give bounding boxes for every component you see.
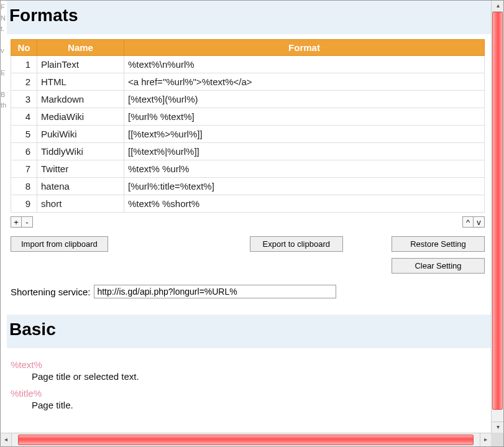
horizontal-scroll-thumb[interactable] bbox=[18, 435, 474, 445]
table-row[interactable]: 4MediaWiki[%url% %text%] bbox=[11, 108, 485, 126]
table-row[interactable]: 6TiddlyWiki[[%text%|%url%]] bbox=[11, 143, 485, 160]
shortening-service-input[interactable] bbox=[94, 285, 336, 298]
cell-no: 4 bbox=[11, 108, 37, 126]
cell-name: HTML bbox=[37, 73, 124, 91]
cell-name: PukiWiki bbox=[37, 126, 124, 143]
shortening-service-label: Shortening service: bbox=[11, 287, 90, 297]
variable-token: %title% bbox=[11, 388, 485, 399]
table-row[interactable]: 1PlainText%text%\n%url% bbox=[11, 56, 485, 73]
table-row[interactable]: 2HTML<a href="%url%">%text%</a> bbox=[11, 73, 485, 91]
section-header-formats: Formats bbox=[7, 1, 491, 34]
scroll-down-button[interactable]: ▾ bbox=[492, 422, 504, 433]
scroll-corner bbox=[491, 433, 503, 446]
vertical-scroll-thumb[interactable] bbox=[492, 12, 503, 410]
section-header-basic: Basic bbox=[7, 315, 491, 348]
add-remove-group: + - bbox=[11, 216, 33, 228]
cell-name: Twitter bbox=[37, 160, 124, 178]
cell-format: %text% %short% bbox=[124, 195, 485, 213]
cell-name: short bbox=[37, 195, 124, 213]
cell-format: [%text%](%url%) bbox=[124, 91, 485, 108]
heading-formats: Formats bbox=[9, 6, 483, 25]
table-row[interactable]: 7Twitter%text% %url% bbox=[11, 160, 485, 178]
remove-row-button[interactable]: - bbox=[22, 216, 33, 228]
cell-no: 9 bbox=[11, 195, 37, 213]
cell-name: Markdown bbox=[37, 91, 124, 108]
move-up-button[interactable]: ^ bbox=[462, 216, 474, 228]
variable-description: Page title. bbox=[32, 400, 485, 410]
cell-format: [[%text%>%url%]] bbox=[124, 126, 485, 143]
table-row[interactable]: 9short%text% %short% bbox=[11, 195, 485, 213]
cell-no: 8 bbox=[11, 178, 37, 195]
cell-name: PlainText bbox=[37, 56, 124, 73]
col-header-name: Name bbox=[37, 40, 124, 56]
left-page-sliver: FNt. v E Bth bbox=[1, 1, 7, 433]
variable-token: %text% bbox=[11, 359, 485, 370]
cell-name: hatena bbox=[37, 178, 124, 195]
heading-basic: Basic bbox=[9, 320, 483, 339]
cell-no: 1 bbox=[11, 56, 37, 73]
variables-list: %text%Page title or selected text.%title… bbox=[11, 359, 485, 410]
cell-format: [%url% %text%] bbox=[124, 108, 485, 126]
cell-format: %text% %url% bbox=[124, 160, 485, 178]
export-clipboard-button[interactable]: Export to clipboard bbox=[250, 236, 343, 252]
cell-format: [%url%:title=%text%] bbox=[124, 178, 485, 195]
cell-no: 3 bbox=[11, 91, 37, 108]
import-clipboard-button[interactable]: Import from clipboard bbox=[11, 236, 108, 252]
variable-description: Page title or selected text. bbox=[32, 371, 485, 382]
restore-setting-button[interactable]: Restore Setting bbox=[392, 236, 485, 252]
cell-no: 6 bbox=[11, 143, 37, 160]
table-row[interactable]: 3Markdown[%text%](%url%) bbox=[11, 91, 485, 108]
cell-no: 5 bbox=[11, 126, 37, 143]
cell-no: 7 bbox=[11, 160, 37, 178]
vertical-scrollbar[interactable]: ▴ ▾ bbox=[491, 1, 503, 433]
add-row-button[interactable]: + bbox=[11, 216, 22, 228]
table-header-row: No Name Format bbox=[11, 40, 485, 56]
col-header-no: No bbox=[11, 40, 37, 56]
cell-name: TiddlyWiki bbox=[37, 143, 124, 160]
scroll-up-button[interactable]: ▴ bbox=[492, 1, 504, 12]
horizontal-scrollbar[interactable]: ◂ ▸ bbox=[1, 433, 491, 446]
scroll-right-button[interactable]: ▸ bbox=[480, 433, 491, 447]
move-group: ^ v bbox=[462, 216, 485, 228]
table-row[interactable]: 8hatena[%url%:title=%text%] bbox=[11, 178, 485, 195]
scroll-left-button[interactable]: ◂ bbox=[1, 433, 12, 447]
cell-format: [[%text%|%url%]] bbox=[124, 143, 485, 160]
cell-name: MediaWiki bbox=[37, 108, 124, 126]
cell-no: 2 bbox=[11, 73, 37, 91]
move-down-button[interactable]: v bbox=[474, 216, 485, 228]
cell-format: <a href="%url%">%text%</a> bbox=[124, 73, 485, 91]
clear-setting-button[interactable]: Clear Setting bbox=[392, 258, 485, 274]
formats-table: No Name Format 1PlainText%text%\n%url%2H… bbox=[11, 39, 485, 213]
table-row[interactable]: 5PukiWiki[[%text%>%url%]] bbox=[11, 126, 485, 143]
col-header-format: Format bbox=[124, 40, 485, 56]
cell-format: %text%\n%url% bbox=[124, 56, 485, 73]
